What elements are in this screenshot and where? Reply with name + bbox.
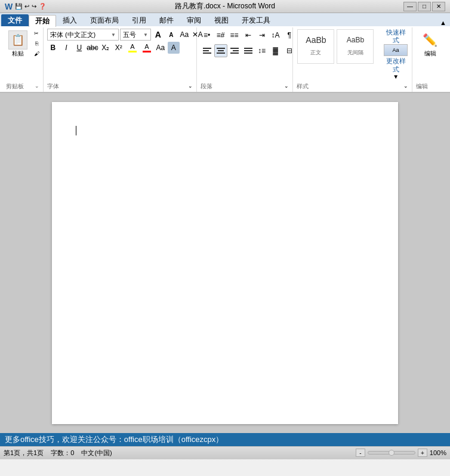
grow-font-button[interactable]: A bbox=[152, 29, 164, 41]
decrease-indent-button[interactable]: ⇤ bbox=[242, 29, 255, 42]
bottom-bar: 第1页，共1页 字数：0 中文(中国) - + 100% bbox=[0, 446, 450, 459]
tab-review[interactable]: 审阅 bbox=[180, 14, 208, 26]
svg-rect-7 bbox=[233, 50, 239, 51]
text-effect-button[interactable]: A bbox=[168, 42, 180, 54]
shading-button[interactable]: ▓ bbox=[269, 44, 282, 57]
italic-button[interactable]: I bbox=[60, 42, 72, 54]
increase-indent-button[interactable]: ⇥ bbox=[255, 29, 269, 42]
align-left-button[interactable] bbox=[201, 44, 214, 57]
quick-styles-button[interactable]: 快速样式 Aa bbox=[383, 29, 409, 56]
qat-undo[interactable]: ↩ bbox=[24, 3, 29, 10]
styles-group: AaBb 正文 AaBb 无间隔 快速样式 Aa 更改样式 ▼ bbox=[293, 27, 412, 92]
tab-view[interactable]: 视图 bbox=[208, 14, 235, 26]
numbering-button[interactable]: ≡# bbox=[214, 29, 227, 42]
minimize-button[interactable]: — bbox=[403, 2, 417, 11]
line-spacing-button[interactable]: ↕≡ bbox=[255, 44, 269, 57]
para-row-1: ≡• ≡# ≡≡ ⇤ ⇥ ↕A ¶ bbox=[201, 29, 296, 42]
style-no-spacing[interactable]: AaBb 无间隔 bbox=[337, 29, 374, 64]
strikethrough-button[interactable]: abc bbox=[87, 42, 98, 54]
word-count: 字数：0 bbox=[51, 449, 74, 458]
format-painter-button[interactable]: 🖌 bbox=[31, 49, 42, 58]
status-message: 更多office技巧，欢迎关注公众号：office职场培训（officezcpx… bbox=[5, 434, 223, 445]
editing-button[interactable]: ✏️ 编辑 bbox=[415, 29, 445, 60]
font-label: 字体 bbox=[47, 81, 59, 91]
tab-mailings[interactable]: 邮件 bbox=[153, 14, 180, 26]
align-center-button[interactable] bbox=[214, 44, 227, 57]
font-color-bar bbox=[143, 51, 151, 52]
underline-button[interactable]: U bbox=[73, 42, 85, 54]
font-style-button[interactable]: Aa bbox=[155, 42, 167, 54]
title-bar-left: W 💾 ↩ ↪ ❓ bbox=[5, 2, 46, 11]
tab-home[interactable]: 开始 bbox=[29, 15, 56, 27]
zoom-in-button[interactable]: + bbox=[418, 449, 427, 457]
sort-button[interactable]: ↕A bbox=[269, 29, 282, 42]
document-page[interactable] bbox=[52, 102, 398, 424]
tab-file[interactable]: 文件 bbox=[1, 14, 29, 26]
status-bar: 更多office技巧，欢迎关注公众号：office职场培训（officezcpx… bbox=[0, 433, 450, 446]
close-button[interactable]: ✕ bbox=[432, 2, 445, 11]
svg-rect-5 bbox=[217, 52, 225, 54]
font-family-chevron: ▼ bbox=[111, 32, 116, 38]
shrink-font-button[interactable]: A bbox=[165, 29, 177, 41]
styles-expand[interactable]: ⌄ bbox=[403, 83, 408, 89]
highlight-bar bbox=[128, 51, 137, 52]
style-normal[interactable]: AaBb 正文 bbox=[297, 29, 334, 64]
svg-rect-9 bbox=[244, 48, 252, 49]
tab-developer[interactable]: 开发工具 bbox=[235, 14, 277, 26]
font-family-select[interactable]: 宋体 (中文正文) ▼ bbox=[47, 29, 119, 41]
change-case-button[interactable]: Aa bbox=[178, 29, 190, 41]
para-row-2: ↕≡ ▓ ⊟ bbox=[201, 44, 296, 57]
font-expand[interactable]: ⌄ bbox=[188, 83, 193, 89]
clipboard-expand[interactable]: ⌄ bbox=[35, 83, 39, 89]
svg-rect-4 bbox=[218, 50, 224, 51]
window-controls: — □ ✕ bbox=[403, 2, 445, 11]
tab-layout[interactable]: 页面布局 bbox=[84, 14, 125, 26]
zoom-thumb bbox=[389, 450, 394, 456]
superscript-button[interactable]: X² bbox=[113, 42, 125, 54]
zoom-level: 100% bbox=[430, 449, 446, 456]
subscript-button[interactable]: X₂ bbox=[100, 42, 112, 54]
ribbon-collapse[interactable]: ▲ bbox=[440, 19, 446, 26]
justify-button[interactable] bbox=[242, 44, 255, 57]
window-title: 路凡教育.docx - Microsoft Word bbox=[175, 1, 275, 11]
qat-save[interactable]: 💾 bbox=[15, 3, 22, 10]
qat-help[interactable]: ❓ bbox=[39, 3, 46, 10]
copy-button[interactable]: ⎘ bbox=[31, 39, 42, 48]
zoom-slider[interactable] bbox=[368, 451, 415, 455]
paste-button[interactable]: 📋 粘贴 bbox=[6, 29, 30, 60]
paragraph-group: ≡• ≡# ≡≡ ⇤ ⇥ ↕A ¶ bbox=[197, 27, 294, 92]
zoom-out-button[interactable]: - bbox=[356, 449, 365, 457]
language: 中文(中国) bbox=[81, 449, 112, 458]
highlight-button[interactable]: A bbox=[126, 42, 139, 54]
styles-label: 样式 bbox=[297, 81, 309, 91]
editing-label-group: 编辑 bbox=[416, 81, 428, 91]
doc-info: 第1页，共1页 字数：0 中文(中国) bbox=[4, 449, 112, 458]
svg-rect-0 bbox=[203, 48, 211, 49]
font-size-select[interactable]: 五号 ▼ bbox=[120, 29, 151, 41]
bold-button[interactable]: B bbox=[47, 42, 59, 54]
clipboard-group: 📋 粘贴 ✂ ⎘ 🖌 剪贴板 ⌄ bbox=[2, 27, 44, 92]
align-right-button[interactable] bbox=[228, 44, 241, 57]
editing-group: ✏️ 编辑 编辑 bbox=[412, 27, 448, 92]
zoom-controls: - + 100% bbox=[356, 449, 446, 457]
tab-insert[interactable]: 插入 bbox=[56, 14, 84, 26]
font-size-chevron: ▼ bbox=[143, 32, 148, 38]
word-icon: W bbox=[5, 2, 13, 11]
tab-references[interactable]: 引用 bbox=[125, 14, 153, 26]
svg-rect-11 bbox=[244, 52, 252, 54]
multilevel-button[interactable]: ≡≡ bbox=[228, 29, 241, 42]
svg-rect-1 bbox=[203, 50, 209, 51]
qat-redo[interactable]: ↪ bbox=[32, 3, 36, 10]
font-row-1: 宋体 (中文正文) ▼ 五号 ▼ A A Aa ✕A bbox=[47, 29, 204, 41]
font-color-button[interactable]: A bbox=[140, 42, 153, 54]
bullets-button[interactable]: ≡• bbox=[201, 29, 214, 42]
page-info: 第1页，共1页 bbox=[4, 449, 44, 458]
restore-button[interactable]: □ bbox=[418, 2, 431, 11]
change-styles-button[interactable]: 更改样式 ▼ bbox=[383, 57, 409, 79]
editing-icon: ✏️ bbox=[421, 30, 440, 50]
paragraph-expand[interactable]: ⌄ bbox=[284, 83, 289, 89]
small-clipboard-btns: ✂ ⎘ 🖌 bbox=[31, 29, 42, 58]
svg-rect-6 bbox=[230, 48, 239, 49]
svg-rect-8 bbox=[230, 52, 239, 54]
cut-button[interactable]: ✂ bbox=[31, 29, 42, 38]
